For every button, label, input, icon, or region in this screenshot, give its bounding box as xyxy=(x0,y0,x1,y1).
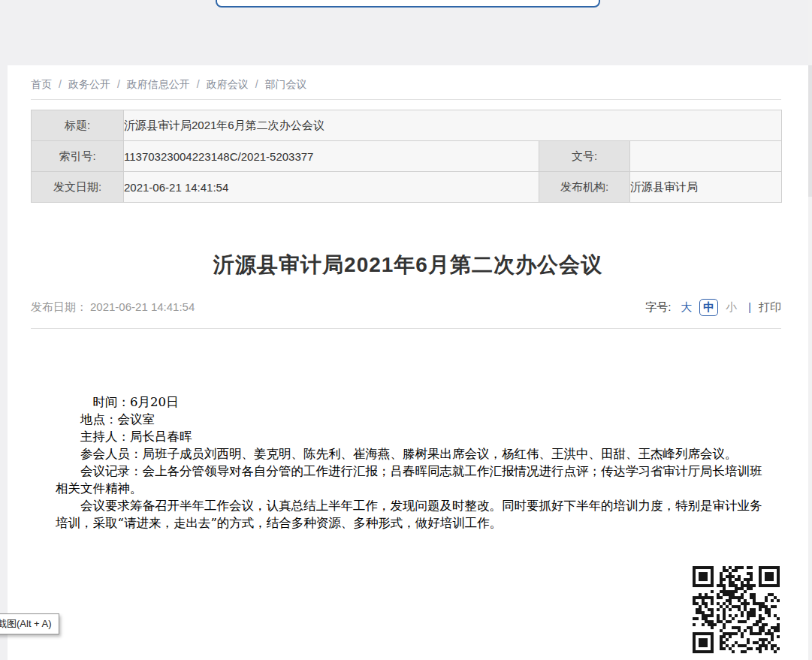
font-size-label: 字号: xyxy=(645,300,671,315)
meta-row-date: 发文日期: 2021-06-21 14:41:54 发布机构: 沂源县审计局 xyxy=(32,172,782,203)
meta-row-index: 索引号: 11370323004223148C/2021-5203377 文号: xyxy=(32,141,782,172)
paragraph-time: 时间：6月20日 xyxy=(56,393,765,411)
font-size-small-button[interactable]: 小 xyxy=(726,300,737,315)
publish-toolbar: 发布日期：2021-06-21 14:41:54 字号: 大 中 小 | 打印 xyxy=(31,297,781,317)
breadcrumb-item-bumenhuiyi[interactable]: 部门会议 xyxy=(265,78,307,90)
font-size-medium-button[interactable]: 中 xyxy=(699,299,718,316)
breadcrumb-separator: / xyxy=(255,78,258,90)
meta-value-title: 沂源县审计局2021年6月第二次办公会议 xyxy=(124,110,782,141)
publish-date: 发布日期：2021-06-21 14:41:54 xyxy=(31,300,195,315)
meta-label-title: 标题: xyxy=(32,110,124,141)
qr-code-canvas xyxy=(693,566,780,653)
breadcrumb-item-zhengfuxinxigongkai[interactable]: 政府信息公开 xyxy=(127,78,190,90)
qr-code-icon xyxy=(691,565,781,655)
meta-label-doc-no: 文号: xyxy=(539,141,630,172)
breadcrumb-separator: / xyxy=(117,78,120,90)
paragraph-attendees: 参会人员：局班子成员刘西明、姜克明、陈先利、崔海燕、滕树果出席会议，杨红伟、王洪… xyxy=(56,445,765,463)
paragraph-minutes: 会议记录：会上各分管领导对各自分管的工作进行汇报；吕春晖同志就工作汇报情况进行点… xyxy=(56,463,765,497)
meta-value-index-no: 11370323004223148C/2021-5203377 xyxy=(124,141,539,172)
publish-date-value: 2021-06-21 14:41:54 xyxy=(90,300,195,313)
meta-value-issue-date: 2021-06-21 14:41:54 xyxy=(124,172,539,203)
meta-table: 标题: 沂源县审计局2021年6月第二次办公会议 索引号: 1137032300… xyxy=(31,110,782,203)
page-title: 沂源县审计局2021年6月第二次办公会议 xyxy=(8,251,808,279)
breadcrumb-separator: / xyxy=(59,78,62,90)
meta-value-doc-no xyxy=(630,141,782,172)
paragraph-place: 地点：会议室 xyxy=(56,411,765,428)
search-input[interactable] xyxy=(216,0,600,8)
breadcrumb: 首页/政务公开/政府信息公开/政府会议/部门会议 xyxy=(31,78,307,92)
publish-date-label: 发布日期： xyxy=(31,300,87,313)
font-size-large-button[interactable]: 大 xyxy=(681,300,692,315)
breadcrumb-item-zhengfuhuiyi[interactable]: 政府会议 xyxy=(207,78,249,90)
meta-label-index-no: 索引号: xyxy=(32,141,124,172)
content-divider xyxy=(31,328,781,329)
paragraph-requirements: 会议要求筹备召开半年工作会议，认真总结上半年工作，发现问题及时整改。同时要抓好下… xyxy=(56,497,765,532)
article-body: 时间：6月20日 地点：会议室 主持人：局长吕春晖 参会人员：局班子成员刘西明、… xyxy=(56,393,765,532)
screenshot-tooltip: 截图(Alt + A) xyxy=(0,613,59,634)
scrollbar-thumb[interactable] xyxy=(808,65,812,197)
breadcrumb-item-zhengwugongkai[interactable]: 政务公开 xyxy=(68,78,110,90)
content-panel: 首页/政务公开/政府信息公开/政府会议/部门会议 标题: 沂源县审计局2021年… xyxy=(8,65,808,660)
meta-label-issue-date: 发文日期: xyxy=(32,172,124,203)
breadcrumb-item-home[interactable]: 首页 xyxy=(31,78,52,90)
meta-label-issuing-agency: 发布机构: xyxy=(539,172,630,203)
breadcrumb-separator: / xyxy=(197,78,200,90)
browser-viewport: 首页/政务公开/政府信息公开/政府会议/部门会议 标题: 沂源县审计局2021年… xyxy=(0,0,812,660)
toolbar-divider: | xyxy=(748,301,751,313)
meta-row-title: 标题: 沂源县审计局2021年6月第二次办公会议 xyxy=(32,110,782,141)
meta-value-issuing-agency: 沂源县审计局 xyxy=(630,172,782,203)
breadcrumb-divider xyxy=(31,99,781,100)
print-button[interactable]: 打印 xyxy=(759,300,781,315)
font-size-toolbar: 字号: 大 中 小 | 打印 xyxy=(645,299,781,316)
paragraph-host: 主持人：局长吕春晖 xyxy=(56,428,765,445)
